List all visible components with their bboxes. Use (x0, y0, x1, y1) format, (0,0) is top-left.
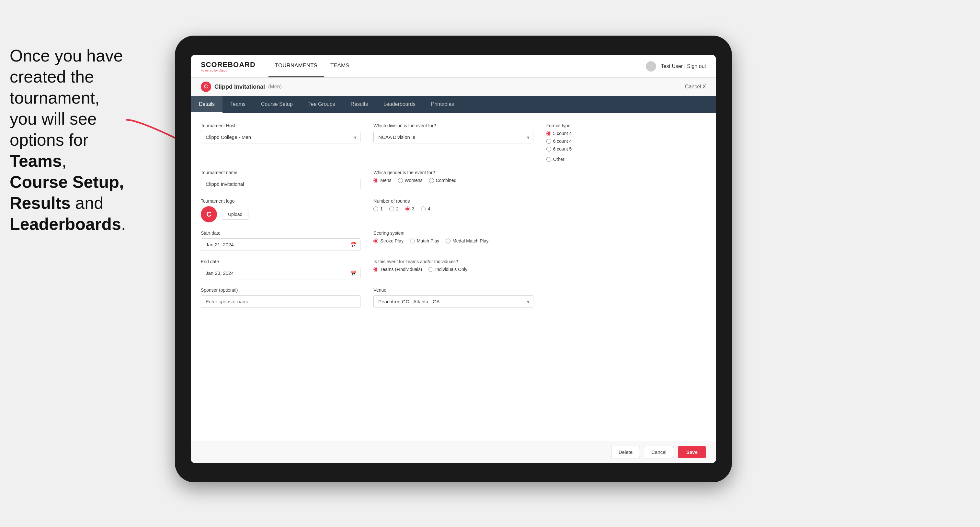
scoring-stroke[interactable]: Stroke Play (374, 238, 404, 243)
name-input[interactable] (201, 178, 360, 190)
division-label: Which division is the event for? (374, 123, 533, 128)
format-radio-group-2: 6 count 4 (546, 138, 706, 144)
venue-label: Venue (374, 287, 533, 293)
logo-section: Tournament logo C Upload (201, 198, 360, 222)
tablet-frame: SCOREBOARD Powered by clippd TOURNAMENTS… (175, 36, 732, 483)
user-signin-link[interactable]: Test User | Sign out (661, 63, 706, 69)
gender-combined[interactable]: Combined (429, 178, 457, 183)
logo-area: SCOREBOARD Powered by clippd (201, 60, 256, 72)
format-other[interactable]: Other (546, 157, 706, 162)
tab-course-setup[interactable]: Course Setup (253, 96, 301, 113)
cancel-button-top[interactable]: Cancel X (685, 84, 706, 90)
round-2[interactable]: 2 (389, 206, 399, 211)
venue-select[interactable]: Peachtree GC - Atlanta - GA (374, 295, 533, 308)
nav-right: Test User | Sign out (646, 61, 706, 71)
scoring-medal[interactable]: Medal Match Play (445, 238, 488, 243)
sponsor-label: Sponsor (optional) (201, 287, 360, 293)
bottom-bar: Delete Cancel Save (191, 441, 716, 463)
bold-teams: Teams (10, 151, 62, 170)
breadcrumb-title: Clippd Invitational (215, 84, 265, 90)
gender-mens-label: Mens (380, 178, 391, 183)
logo-text: SCOREBOARD (201, 60, 256, 69)
upload-button[interactable]: Upload (222, 209, 248, 220)
gender-womens[interactable]: Womens (398, 178, 423, 183)
top-navigation: SCOREBOARD Powered by clippd TOURNAMENTS… (191, 55, 716, 78)
round-3[interactable]: 3 (405, 206, 415, 211)
tab-results[interactable]: Results (343, 96, 375, 113)
nav-links: TOURNAMENTS TEAMS (269, 55, 356, 77)
teams-section: Is this event for Teams and/or Individua… (374, 259, 533, 279)
end-date-section: End date 📅 (201, 259, 360, 279)
round-3-label: 3 (412, 206, 415, 211)
sponsor-section: Sponsor (optional) (201, 287, 360, 308)
breadcrumb-icon: C (201, 82, 211, 92)
tab-printables[interactable]: Printables (423, 96, 462, 113)
format-5count4[interactable]: 5 count 4 (546, 131, 572, 136)
division-select[interactable]: NCAA Division III (374, 131, 533, 143)
scoring-section: Scoring system Stroke Play Match Play (374, 230, 533, 251)
breadcrumb-subtitle: (Men) (268, 84, 282, 90)
format-6count5[interactable]: 6 count 5 (546, 146, 572, 151)
nav-tournaments[interactable]: TOURNAMENTS (269, 55, 324, 77)
save-button[interactable]: Save (678, 446, 706, 458)
breadcrumb-left: C Clippd Invitational (Men) (201, 82, 282, 92)
format-radio-group: 5 count 4 (546, 131, 706, 136)
logo-circle: C (201, 206, 217, 222)
format-6count4-label: 6 count 4 (553, 138, 572, 144)
rounds-label: Number of rounds (374, 198, 533, 204)
format-type-section: Format type 5 count 4 6 count 4 (546, 123, 706, 162)
calendar-icon-end: 📅 (350, 270, 356, 276)
tab-leaderboards[interactable]: Leaderboards (375, 96, 423, 113)
sponsor-input[interactable] (201, 295, 360, 308)
nav-teams[interactable]: TEAMS (324, 55, 356, 77)
gender-mens[interactable]: Mens (374, 178, 391, 183)
rounds-section: Number of rounds 1 2 3 (374, 198, 533, 222)
bold-results: Results (10, 194, 71, 212)
round-4-label: 4 (428, 206, 430, 211)
tab-details[interactable]: Details (191, 96, 223, 113)
host-select[interactable]: Clippd College - Men (201, 131, 360, 143)
end-date-input[interactable] (201, 267, 360, 279)
scoring-medal-label: Medal Match Play (452, 238, 488, 243)
gender-radio-group: Mens Womens Combined (374, 178, 533, 183)
tab-bar: Details Teams Course Setup Tee Groups Re… (191, 96, 716, 113)
round-2-label: 2 (396, 206, 399, 211)
teams-radio-group: Teams (+Individuals) Individuals Only (374, 267, 533, 272)
scoring-match[interactable]: Match Play (410, 238, 439, 243)
format-6count5-label: 6 count 5 (553, 146, 572, 151)
cancel-button[interactable]: Cancel (644, 446, 674, 459)
tab-tee-groups[interactable]: Tee Groups (301, 96, 343, 113)
round-1[interactable]: 1 (374, 206, 383, 211)
round-1-label: 1 (380, 206, 383, 211)
name-section: Tournament name (201, 170, 360, 190)
user-avatar (646, 61, 656, 71)
round-4[interactable]: 4 (421, 206, 430, 211)
teams-option[interactable]: Teams (+Individuals) (374, 267, 422, 272)
scoring-label: Scoring system (374, 230, 533, 236)
format-type-label: Format type (546, 123, 706, 128)
host-section: Tournament Host Clippd College - Men (201, 123, 360, 162)
format-radio-group-3: 6 count 5 (546, 146, 706, 151)
format-other-label: Other (553, 157, 565, 162)
delete-button[interactable]: Delete (611, 446, 640, 459)
start-date-input[interactable] (201, 238, 360, 251)
main-content: Tournament Host Clippd College - Men Whi… (191, 113, 716, 441)
bold-course: Course Setup, (10, 173, 124, 191)
gender-womens-label: Womens (405, 178, 423, 183)
breadcrumb-bar: C Clippd Invitational (Men) Cancel X (191, 78, 716, 96)
scoring-stroke-label: Stroke Play (380, 238, 404, 243)
start-date-wrapper: 📅 (201, 238, 360, 251)
logo-sub: Powered by clippd (201, 69, 256, 72)
calendar-icon: 📅 (350, 241, 356, 248)
end-date-label: End date (201, 259, 360, 264)
teams-option-label: Teams (+Individuals) (380, 267, 422, 272)
rounds-radio-group: 1 2 3 4 (374, 206, 533, 211)
host-label: Tournament Host (201, 123, 360, 128)
scoring-match-label: Match Play (417, 238, 439, 243)
start-date-label: Start date (201, 230, 360, 236)
logo-upload-area: C Upload (201, 206, 360, 222)
format-6count4[interactable]: 6 count 4 (546, 138, 572, 144)
individuals-option[interactable]: Individuals Only (428, 267, 467, 272)
tab-teams[interactable]: Teams (223, 96, 253, 113)
gender-section: Which gender is the event for? Mens Wome… (374, 170, 533, 190)
